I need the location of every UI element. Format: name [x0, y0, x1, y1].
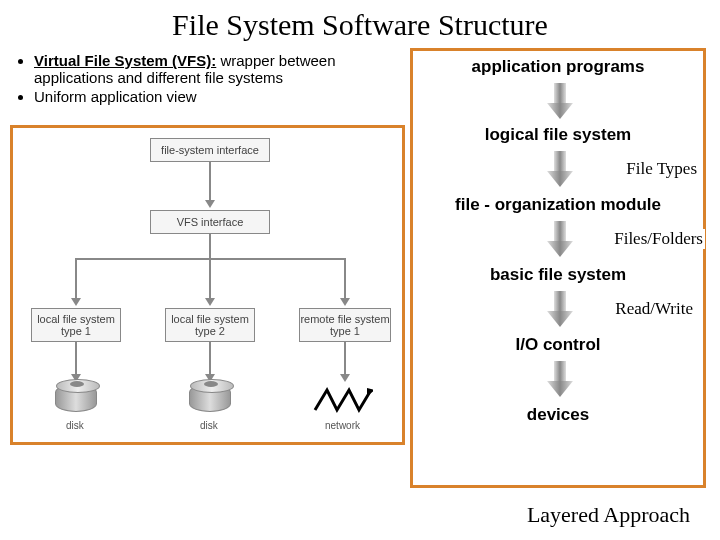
box-file-system-interface: file-system interface: [150, 138, 270, 162]
connector-line: [75, 258, 77, 300]
connector-line: [209, 342, 211, 376]
svg-marker-0: [367, 388, 373, 396]
bullet-vfs: Virtual File System (VFS): wrapper betwe…: [34, 52, 410, 86]
arrow-3d-down-icon: [545, 361, 575, 401]
disk-label-2: disk: [200, 420, 218, 431]
svg-marker-4: [547, 171, 573, 187]
left-column: Virtual File System (VFS): wrapper betwe…: [10, 48, 410, 488]
arrow-down-icon: [205, 298, 215, 306]
annotation-read-write: Read/Write: [613, 299, 695, 319]
arrow-3d-down-icon: [545, 291, 575, 331]
connector-line: [209, 258, 211, 300]
annotation-files-folders: Files/Folders: [612, 229, 705, 249]
layer-application-programs: application programs: [413, 57, 703, 77]
disk-label-1: disk: [66, 420, 84, 431]
box-local-fs-1: local file system type 1: [31, 308, 121, 342]
layer-logical-file-system: logical file system: [413, 125, 703, 145]
svg-marker-8: [547, 311, 573, 327]
connector-line: [209, 234, 211, 260]
svg-rect-1: [554, 83, 566, 103]
annotation-file-types: File Types: [624, 159, 699, 179]
vfs-diagram: file-system interface VFS interface loca…: [10, 125, 405, 445]
footer-layered-approach: Layered Approach: [527, 502, 690, 528]
connector-line: [209, 162, 211, 202]
svg-marker-6: [547, 241, 573, 257]
right-column: application programs logical file system…: [410, 48, 710, 488]
arrow-3d-down-icon: [545, 83, 575, 123]
arrow-down-icon: [205, 200, 215, 208]
connector-line: [344, 342, 346, 376]
box-local-fs-2: local file system type 2: [165, 308, 255, 342]
layer-io-control: I/O control: [413, 335, 703, 355]
box-vfs-interface: VFS interface: [150, 210, 270, 234]
svg-rect-9: [554, 361, 566, 381]
content-area: Virtual File System (VFS): wrapper betwe…: [0, 48, 720, 488]
bullet-uniform: Uniform application view: [34, 88, 410, 105]
connector-line: [75, 342, 77, 376]
arrow-down-icon: [340, 298, 350, 306]
network-icon: [313, 384, 373, 420]
connector-line: [344, 258, 346, 300]
slide-title: File System Software Structure: [0, 0, 720, 48]
disk-icon: [189, 384, 231, 422]
arrow-down-icon: [340, 374, 350, 382]
disk-icon: [55, 384, 97, 422]
layered-diagram: application programs logical file system…: [410, 48, 706, 488]
arrow-3d-down-icon: [545, 221, 575, 261]
layer-devices: devices: [413, 405, 703, 425]
svg-marker-2: [547, 103, 573, 119]
arrow-3d-down-icon: [545, 151, 575, 191]
network-label: network: [325, 420, 360, 431]
arrow-down-icon: [71, 298, 81, 306]
svg-rect-3: [554, 151, 566, 171]
box-remote-fs: remote file system type 1: [299, 308, 391, 342]
vfs-term: Virtual File System (VFS):: [34, 52, 216, 69]
bullet-list: Virtual File System (VFS): wrapper betwe…: [10, 48, 410, 117]
layer-file-organization-module: file - organization module: [413, 195, 703, 215]
svg-marker-10: [547, 381, 573, 397]
svg-rect-7: [554, 291, 566, 311]
layer-basic-file-system: basic file system: [413, 265, 703, 285]
svg-rect-5: [554, 221, 566, 241]
